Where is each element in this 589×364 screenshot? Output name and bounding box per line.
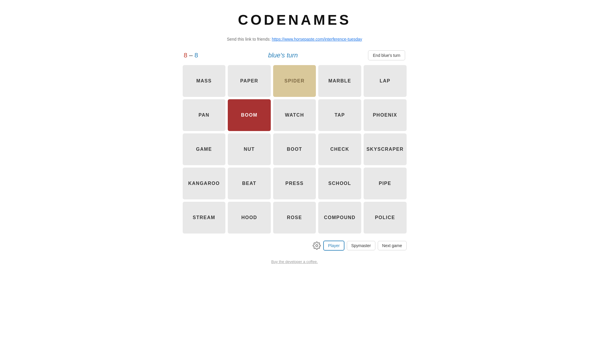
share-link[interactable]: https://www.horsepaste.com/interference-… (272, 37, 362, 42)
card-school[interactable]: SCHOOL (318, 168, 361, 199)
card-mass[interactable]: MASS (183, 65, 226, 97)
score-blue: 8 (194, 52, 198, 59)
card-boot[interactable]: BOOT (273, 133, 316, 165)
score-red: 8 (184, 52, 187, 59)
player-view-button[interactable]: Player (323, 241, 344, 251)
score-display: 8 – 8 (184, 52, 198, 59)
card-check[interactable]: CHECK (318, 133, 361, 165)
card-pipe[interactable]: PIPE (364, 168, 407, 199)
card-pan[interactable]: PAN (183, 99, 226, 131)
buy-coffee-link[interactable]: Buy the developer a coffee. (271, 259, 318, 264)
card-police[interactable]: POLICE (364, 202, 407, 234)
card-paper[interactable]: PAPER (228, 65, 271, 97)
card-watch[interactable]: WATCH (273, 99, 316, 131)
card-spider[interactable]: SPIDER (273, 65, 316, 97)
card-phoenix[interactable]: PHOENIX (364, 99, 407, 131)
card-beat[interactable]: BEAT (228, 168, 271, 199)
turn-indicator: blue's turn (268, 52, 298, 59)
card-grid: MASSPAPERSPIDERMARBLELAPPANBOOMWATCHTAPP… (183, 65, 407, 234)
card-boom[interactable]: BOOM (228, 99, 271, 131)
card-marble[interactable]: MARBLE (318, 65, 361, 97)
share-text: Send this link to friends: https://www.h… (227, 37, 362, 42)
card-tap[interactable]: TAP (318, 99, 361, 131)
bottom-controls: Player Spymaster Next game (183, 241, 407, 251)
score-separator: – (189, 52, 193, 59)
card-lap[interactable]: LAP (364, 65, 407, 97)
card-skyscraper[interactable]: SKYSCRAPER (364, 133, 407, 165)
card-game[interactable]: GAME (183, 133, 226, 165)
settings-icon[interactable] (313, 241, 321, 250)
card-stream[interactable]: STREAM (183, 202, 226, 234)
card-press[interactable]: PRESS (273, 168, 316, 199)
svg-point-0 (316, 245, 318, 247)
card-nut[interactable]: NUT (228, 133, 271, 165)
card-compound[interactable]: COMPOUND (318, 202, 361, 234)
page-title: CODENAMES (238, 12, 351, 28)
card-kangaroo[interactable]: KANGAROO (183, 168, 226, 199)
card-hood[interactable]: HOOD (228, 202, 271, 234)
spymaster-view-button[interactable]: Spymaster (347, 241, 375, 250)
end-turn-button[interactable]: End blue's turn (368, 50, 405, 60)
game-header: 8 – 8 blue's turn End blue's turn (183, 50, 407, 60)
next-game-button[interactable]: Next game (378, 241, 407, 250)
card-rose[interactable]: ROSE (273, 202, 316, 234)
